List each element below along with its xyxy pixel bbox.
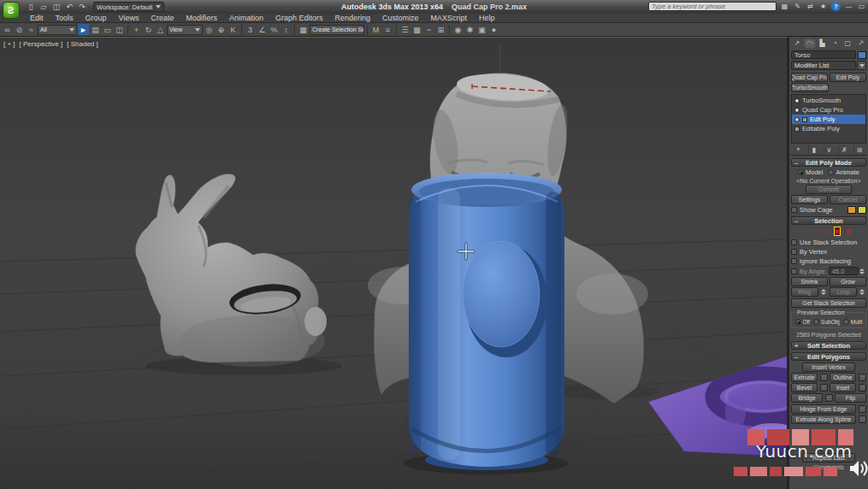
cancel-button[interactable]: Cancel bbox=[830, 195, 866, 204]
border-subobject-icon[interactable]: ▭ bbox=[823, 227, 830, 235]
get-stack-selection-button[interactable]: Get Stack Selection bbox=[791, 298, 866, 308]
rectangular-selection-region-icon[interactable]: ▭ bbox=[102, 24, 113, 35]
modifier-set-button-turbosmooth[interactable]: TurboSmooth bbox=[791, 83, 829, 92]
extrude-settings-button[interactable]: □ bbox=[820, 374, 828, 381]
edge-subobject-icon[interactable]: ╱ bbox=[814, 227, 818, 235]
perspective-viewport[interactable]: [ + ] [ Perspective ] [ Shaded ] bbox=[0, 37, 788, 489]
by-angle-field[interactable]: 45.0 bbox=[829, 267, 859, 275]
object-color-swatch[interactable] bbox=[858, 51, 866, 59]
tab-utilities-icon[interactable]: T bbox=[854, 38, 866, 49]
bind-to-space-warp-icon[interactable]: ≈ bbox=[26, 24, 37, 35]
schematic-view-icon[interactable]: ⊞ bbox=[435, 24, 446, 35]
flip-button[interactable]: Flip bbox=[835, 393, 866, 403]
remove-modifier-icon[interactable]: ✗ bbox=[838, 145, 849, 155]
material-editor-icon[interactable]: ◉ bbox=[452, 24, 464, 35]
menu-help[interactable]: Help bbox=[473, 14, 501, 23]
modifier-set-button-quadcappro[interactable]: Quad Cap Pro bbox=[791, 73, 828, 82]
can-mesh[interactable] bbox=[409, 173, 564, 470]
subobject-level-icon[interactable] bbox=[802, 117, 807, 122]
curve-editor-icon[interactable]: ~ bbox=[423, 24, 434, 35]
select-and-scale-icon[interactable]: △ bbox=[155, 24, 166, 35]
selection-filter-dropdown[interactable]: All bbox=[38, 25, 77, 35]
modifier-list-dropdown[interactable]: Modifier List bbox=[791, 61, 856, 70]
pin-stack-icon[interactable]: ⌖ bbox=[793, 145, 804, 155]
menu-customize[interactable]: Customize bbox=[376, 14, 425, 23]
minimize-button[interactable]: — bbox=[844, 2, 853, 11]
loop-button[interactable]: Loop bbox=[830, 287, 857, 297]
cage-color-swatch[interactable] bbox=[847, 206, 856, 214]
viewport-pov-menu[interactable]: [ Perspective ] bbox=[20, 40, 63, 48]
ring-spinner[interactable] bbox=[821, 289, 828, 295]
menu-group[interactable]: Group bbox=[80, 14, 113, 23]
stack-item-turbosmooth[interactable]: TurboSmooth bbox=[792, 96, 865, 105]
menu-rendering[interactable]: Rendering bbox=[329, 14, 377, 23]
visibility-bulb-icon[interactable] bbox=[794, 108, 800, 113]
commit-button[interactable]: Commit bbox=[806, 185, 852, 194]
named-selection-set-dropdown[interactable]: Create Selection Se bbox=[310, 25, 364, 35]
select-and-manipulate-icon[interactable]: ⊕ bbox=[216, 24, 227, 35]
object-name-field[interactable]: Torso bbox=[791, 50, 856, 59]
polygon-subobject-icon[interactable]: ■ bbox=[834, 227, 841, 236]
hinge-from-edge-button[interactable]: Hinge From Edge bbox=[791, 404, 856, 414]
modifier-list-arrow[interactable] bbox=[857, 61, 866, 70]
radio-animate[interactable]: Animate bbox=[828, 168, 859, 176]
undo-icon[interactable]: ↶ bbox=[64, 2, 74, 12]
menu-create[interactable]: Create bbox=[145, 14, 180, 23]
extrude-along-spline-button[interactable]: Extrude Along Spline bbox=[791, 415, 856, 424]
render-production-icon[interactable]: ● bbox=[488, 24, 499, 35]
menu-views[interactable]: Views bbox=[113, 14, 145, 23]
snap-toggle-icon[interactable]: 3 bbox=[245, 24, 256, 35]
stack-item-editablepoly[interactable]: Editable Poly bbox=[792, 124, 865, 133]
help-icon[interactable]: ? bbox=[831, 2, 841, 11]
preview-off-radio[interactable]: Off bbox=[795, 319, 811, 325]
select-and-rotate-icon[interactable]: ↻ bbox=[143, 24, 154, 35]
loop-spinner[interactable] bbox=[859, 289, 866, 295]
menu-maxscript[interactable]: MAXScript bbox=[425, 14, 474, 23]
rollout-soft-selection[interactable]: +Soft Selection bbox=[791, 341, 866, 350]
unlink-selection-icon[interactable]: ⊘ bbox=[14, 24, 25, 35]
make-unique-icon[interactable]: ∨ bbox=[824, 145, 835, 155]
communication-center-icon[interactable]: ⇄ bbox=[806, 2, 815, 11]
show-cage-checkbox[interactable] bbox=[791, 207, 797, 213]
tab-motion-icon[interactable]: ◔ bbox=[829, 38, 841, 49]
percent-snap-icon[interactable]: % bbox=[269, 24, 280, 35]
tab-hierarchy-icon[interactable]: ▙ bbox=[817, 38, 829, 49]
select-by-name-icon[interactable]: ▤ bbox=[90, 24, 101, 35]
graphite-modeling-icon[interactable]: ▩ bbox=[411, 24, 422, 35]
configure-modifier-sets-icon[interactable]: ⊞ bbox=[853, 145, 865, 155]
spinner-snap-icon[interactable]: ↕ bbox=[280, 24, 292, 35]
inset-button[interactable]: Inset bbox=[830, 383, 856, 392]
layer-manager-icon[interactable]: ☰ bbox=[399, 24, 410, 35]
by-angle-checkbox[interactable] bbox=[791, 268, 797, 274]
workspace-dropdown[interactable]: Workspace: Default bbox=[93, 2, 164, 12]
visibility-bulb-icon[interactable] bbox=[794, 117, 800, 122]
settings-button[interactable]: Settings bbox=[791, 195, 828, 204]
search-input[interactable]: Type a keyword or phrase bbox=[648, 2, 776, 11]
rollout-edit-polygons[interactable]: –Edit Polygons bbox=[791, 352, 866, 361]
menu-animation[interactable]: Animation bbox=[223, 14, 269, 23]
redo-icon[interactable]: ↷ bbox=[77, 2, 87, 12]
restore-button[interactable]: ▭ bbox=[857, 2, 866, 11]
vertex-subobject-icon[interactable]: ∴ bbox=[806, 227, 810, 235]
ignore-backfacing-checkbox[interactable] bbox=[791, 258, 797, 264]
ring-button[interactable]: Ring bbox=[791, 287, 818, 297]
cage-selected-color-swatch[interactable] bbox=[858, 206, 866, 214]
outline-button[interactable]: Outline bbox=[830, 373, 856, 382]
rollout-selection[interactable]: –Selection bbox=[791, 216, 866, 225]
menu-tools[interactable]: Tools bbox=[50, 14, 80, 23]
tab-create-icon[interactable]: ↗ bbox=[791, 38, 803, 49]
bridge-settings-button[interactable]: □ bbox=[825, 394, 833, 402]
edit-named-selection-sets-icon[interactable]: ▦ bbox=[298, 24, 309, 35]
shrink-button[interactable]: Shrink bbox=[791, 277, 828, 286]
select-object-icon[interactable]: ► bbox=[78, 24, 89, 35]
bevel-settings-button[interactable]: □ bbox=[820, 384, 828, 392]
inset-settings-button[interactable]: □ bbox=[859, 384, 866, 392]
menu-modifiers[interactable]: Modifiers bbox=[180, 14, 223, 23]
modifier-set-button-editpoly[interactable]: Edit Poly bbox=[830, 73, 866, 82]
align-icon[interactable]: ≡ bbox=[382, 24, 393, 35]
viewport-nav-menu[interactable]: [ + ] bbox=[3, 40, 15, 48]
element-subobject-icon[interactable]: ▣ bbox=[845, 227, 852, 235]
keyboard-override-icon[interactable]: K bbox=[227, 24, 239, 35]
bunny-mesh[interactable] bbox=[135, 174, 327, 367]
favorites-icon[interactable]: ★ bbox=[818, 2, 828, 11]
